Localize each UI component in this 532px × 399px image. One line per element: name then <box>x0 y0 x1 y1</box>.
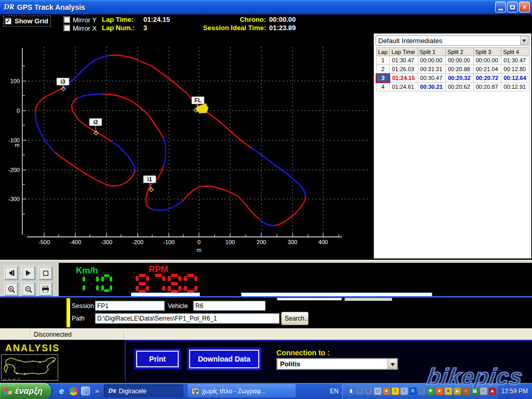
scheduler-icon[interactable]: ○ <box>462 388 470 395</box>
y-axis-tick-label: -300 <box>8 196 20 202</box>
time-cell[interactable]: 00:30.21 <box>418 83 446 91</box>
lap-row[interactable]: 101:30.4700:00.0000:00.0000:00.0001:30.4… <box>376 56 529 65</box>
camera-icon[interactable]: ● <box>383 388 390 395</box>
x-axis-tick-label: -400 <box>70 239 81 245</box>
download-data-button[interactable]: Download Data <box>187 348 261 370</box>
seven-segment-digit <box>88 274 99 292</box>
time-cell[interactable]: 00:20.32 <box>446 74 474 83</box>
display-settings-icon[interactable]: ▭ <box>374 388 381 395</box>
mirror-y-checkbox[interactable] <box>63 16 70 23</box>
transport-strip: Km/h RPM <box>0 263 532 296</box>
minimize-button[interactable] <box>495 2 506 12</box>
column-header[interactable]: Lap Time <box>390 48 418 56</box>
time-cell[interactable]: 00:00.00 <box>418 56 446 65</box>
time-cell[interactable]: 01:24.61 <box>390 83 418 91</box>
network-error-icon-2[interactable]: ✕ <box>365 388 373 395</box>
time-cell[interactable]: 01:30.47 <box>501 56 529 65</box>
security-center-icon[interactable]: ▲ <box>489 388 496 395</box>
lap-cell[interactable]: 1 <box>376 56 390 65</box>
time-cell[interactable]: 00:20.88 <box>446 65 474 74</box>
messenger-icon[interactable]: ♦ <box>445 388 452 395</box>
archive-icon[interactable]: ▫ <box>480 388 487 395</box>
step-back-button[interactable] <box>4 266 18 280</box>
lap-row[interactable]: 201:26.0300:31.3100:20.8800:21.0400:12.8… <box>376 65 529 74</box>
seven-segment-digit <box>136 274 149 293</box>
antivirus-icon[interactable]: ✚ <box>427 388 434 395</box>
analysis-thumbnail[interactable] <box>1 354 58 381</box>
task-label: Digiracele <box>119 388 147 395</box>
close-button[interactable]: × <box>519 2 530 12</box>
time-cell[interactable]: 00:31.31 <box>418 65 446 74</box>
browser-ball-icon[interactable] <box>69 387 78 395</box>
connection-selector[interactable]: Politis <box>276 358 398 370</box>
path-input[interactable] <box>95 313 280 324</box>
play-button[interactable] <box>21 266 35 280</box>
quick-launch-overflow-chevron[interactable]: » <box>95 387 99 395</box>
step-back-icon <box>8 270 15 276</box>
taskbar-item-paint[interactable]: χωρίς τίτλο - Ζωγραφ... <box>188 384 296 397</box>
chevron-down-icon[interactable] <box>388 359 397 369</box>
column-header[interactable]: Split 1 <box>418 48 446 56</box>
time-cell[interactable]: 00:00.00 <box>446 56 474 65</box>
lap-row[interactable]: 301:24.1500:30.4700:20.3200:20.7200:12.6… <box>376 74 529 83</box>
mirror-x-checkbox[interactable] <box>63 24 70 31</box>
selected-lap-cell[interactable]: 3 <box>376 74 390 83</box>
digirace-icon: DR <box>108 387 116 395</box>
network-error-icon[interactable]: ✕ <box>356 388 364 395</box>
lap-table-header-row: LapLap TimeSplit 1Split 2Split 3Split 4 <box>376 48 529 56</box>
show-grid-checkmark-icon: ✓ <box>5 18 11 24</box>
language-indicator[interactable]: EN <box>327 386 342 396</box>
network-error-icon-3[interactable]: ✕ <box>418 388 425 395</box>
print-button[interactable]: Print <box>134 349 181 369</box>
start-button[interactable]: έναρξη <box>0 383 51 399</box>
internet-explorer-icon[interactable]: e <box>57 387 66 395</box>
chart-icon[interactable]: ▲ <box>454 388 461 395</box>
chevron-down-icon[interactable] <box>520 36 528 45</box>
time-cell[interactable]: 01:24.15 <box>390 74 418 83</box>
chrono-value: 00:00.00 <box>269 16 296 23</box>
column-header[interactable]: Lap <box>376 48 390 56</box>
search-button[interactable]: Search... <box>281 312 309 325</box>
stop-button[interactable] <box>38 266 52 280</box>
time-cell[interactable]: 00:20.62 <box>446 83 474 91</box>
time-cell[interactable]: 00:12.91 <box>501 83 529 91</box>
quick-launch-bar: e » <box>57 387 99 395</box>
track-map[interactable]: -500-400-300-200-10001002003004001000-10… <box>1 34 372 259</box>
zoom-in-button[interactable] <box>4 282 18 296</box>
vnc-icon[interactable]: ▦ <box>471 388 478 395</box>
time-cell[interactable]: 01:30.47 <box>390 56 418 65</box>
vehicle-input[interactable] <box>193 301 265 311</box>
column-header[interactable]: Split 4 <box>501 48 529 56</box>
track-map-panel[interactable]: -500-400-300-200-10001002003004001000-10… <box>1 34 372 259</box>
column-header[interactable]: Split 3 <box>473 48 501 56</box>
intermediates-selector[interactable]: Default Intermediates <box>376 35 529 46</box>
time-cell[interactable]: 00:30.47 <box>418 74 446 83</box>
maximize-button[interactable] <box>507 2 518 12</box>
time-cell[interactable]: 00:20.72 <box>473 74 501 83</box>
session-input[interactable] <box>95 301 165 311</box>
show-grid-checkbox[interactable]: ✓ Show Grid <box>3 16 51 26</box>
remote-display-icon[interactable]: ▮ <box>348 388 355 395</box>
path-label: Path <box>72 315 85 322</box>
print-map-button[interactable] <box>38 282 52 296</box>
time-cell[interactable]: 00:20.87 <box>473 83 501 91</box>
time-cell[interactable]: 00:00.00 <box>473 56 501 65</box>
time-cell[interactable]: 00:12.64 <box>501 74 529 83</box>
lap-cell[interactable]: 4 <box>376 83 390 91</box>
taskbar-item-digiracele[interactable]: DR Digiracele <box>104 384 183 397</box>
update-icon[interactable]: ● <box>436 388 443 395</box>
taskbar: έναρξη e » DR Digiracele χωρίς τίτλο - Ζ… <box>0 383 532 399</box>
app-shortcut-icon[interactable] <box>81 387 90 395</box>
column-header[interactable]: Split 2 <box>446 48 474 56</box>
time-cell[interactable]: 01:26.03 <box>390 65 418 74</box>
security-alert-icon[interactable]: ! <box>392 388 399 395</box>
search-icon[interactable]: ○ <box>401 388 408 395</box>
connection-to-label: Connection to : <box>276 349 330 357</box>
bluetooth-icon[interactable]: B <box>409 388 417 395</box>
time-cell[interactable]: 00:21.04 <box>473 65 501 74</box>
time-cell[interactable]: 00:12.80 <box>501 65 529 74</box>
x-axis-tick-label: 400 <box>318 239 328 245</box>
zoom-out-button[interactable] <box>21 282 35 296</box>
lap-row[interactable]: 401:24.6100:30.2100:20.6200:20.8700:12.9… <box>376 83 529 91</box>
lap-cell[interactable]: 2 <box>376 65 390 74</box>
